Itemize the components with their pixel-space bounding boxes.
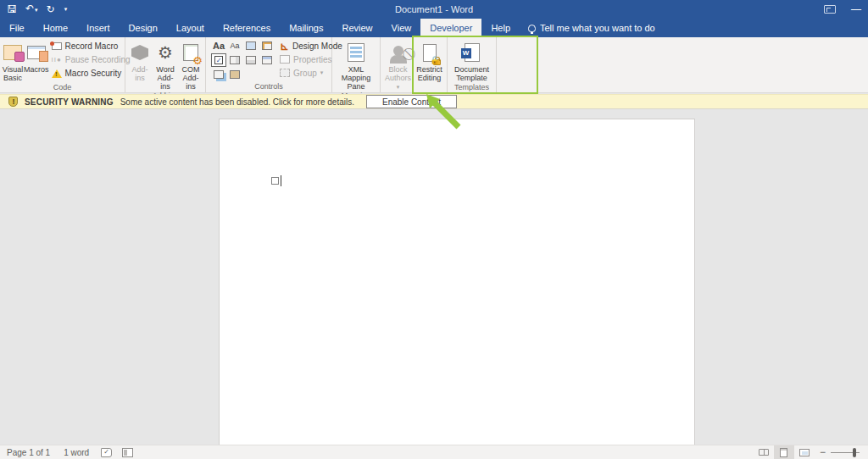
rich-text-content-control-button[interactable]: Aa [211, 39, 226, 53]
properties-label: Properties [293, 55, 332, 64]
add-ins-icon [129, 41, 151, 64]
word-add-ins-label: Word Add-ins [153, 65, 178, 91]
block-authors-caret-icon: ▾ [397, 84, 400, 90]
tab-home[interactable]: Home [34, 19, 77, 37]
building-block-icon [262, 41, 272, 50]
tab-help[interactable]: Help [481, 19, 520, 37]
ribbon-group-controls: Aa Aa ✓ ⊾ Design Mode [206, 37, 332, 92]
com-add-ins-label: COM Add-ins [178, 65, 203, 91]
com-add-ins-button[interactable]: COM Add-ins [178, 40, 203, 91]
macro-recording-icon[interactable] [122, 448, 133, 457]
building-block-gallery-button[interactable] [259, 39, 275, 53]
document-page[interactable] [219, 119, 695, 445]
page-number-status[interactable]: Page 1 of 1 [0, 448, 57, 457]
undo-caret-icon[interactable]: ▾ [35, 7, 38, 13]
ribbon-group-mapping: XML Mapping Pane Mapping [332, 37, 381, 92]
date-picker-icon [262, 56, 272, 64]
redo-icon[interactable]: ↻ [47, 0, 55, 19]
block-authors-label: Block Authors [385, 65, 411, 82]
tab-layout[interactable]: Layout [167, 19, 214, 37]
word-add-ins-button[interactable]: ⚙ Word Add-ins [153, 40, 178, 91]
ribbon-group-code: Visual Basic Macros Record Macro II● Pau… [0, 37, 125, 92]
xml-mapping-pane-button[interactable]: XML Mapping Pane [334, 40, 378, 91]
tab-developer[interactable]: Developer [420, 19, 481, 37]
ribbon-group-templates: Document Template Templates [448, 37, 497, 92]
ribbon-display-options-icon[interactable] [824, 5, 836, 14]
zoom-slider-handle[interactable] [853, 448, 856, 457]
record-macro-button[interactable]: Record Macro [52, 40, 131, 53]
inserted-checkbox-content-control[interactable] [271, 177, 279, 185]
enable-content-button[interactable]: Enable Content [366, 95, 457, 108]
document-template-icon [461, 41, 483, 64]
tab-review[interactable]: Review [333, 19, 382, 37]
code-group-label: Code [0, 82, 125, 92]
word-add-ins-gear-icon: ⚙ [154, 41, 176, 64]
macro-security-button[interactable]: Macro Security [52, 67, 131, 80]
combo-box-content-control-button[interactable] [227, 53, 242, 67]
tell-me-box[interactable]: Tell me what you want to do [520, 19, 664, 37]
restrict-editing-button[interactable]: Restrict Editing [414, 40, 445, 82]
print-layout-button[interactable] [774, 445, 794, 459]
quick-access-toolbar: 🖫 ↶▾ ↻ ▾ [0, 0, 67, 19]
pause-recording-label: Pause Recording [65, 55, 131, 64]
dropdown-list-icon [246, 56, 256, 64]
visual-basic-label: Visual Basic [2, 65, 24, 82]
repeating-section-content-control-button[interactable] [211, 68, 226, 81]
picture-content-control-button[interactable] [243, 39, 259, 53]
document-area[interactable] [0, 109, 868, 445]
tab-mailings[interactable]: Mailings [280, 19, 332, 37]
lightbulb-icon [528, 25, 536, 32]
ribbon: Visual Basic Macros Record Macro II● Pau… [0, 37, 868, 93]
read-mode-button[interactable] [754, 445, 774, 459]
checkbox-icon: ✓ [214, 56, 223, 64]
customize-qat-icon[interactable]: ▾ [64, 0, 68, 19]
date-picker-content-control-button[interactable] [259, 53, 275, 67]
text-cursor [281, 175, 281, 186]
restrict-editing-icon [419, 41, 441, 64]
block-authors-icon [387, 41, 409, 64]
read-mode-icon [759, 449, 769, 456]
group-icon [280, 69, 290, 77]
com-add-ins-icon [180, 41, 202, 64]
tab-design[interactable]: Design [120, 19, 167, 37]
web-layout-icon [799, 449, 810, 456]
word-count-status[interactable]: 1 word [57, 448, 96, 457]
title-bar: 🖫 ↶▾ ↻ ▾ Document1 - Word — [0, 0, 868, 19]
checkbox-content-control-button[interactable]: ✓ [211, 53, 226, 67]
picture-icon [246, 41, 256, 50]
macro-security-label: Macro Security [65, 69, 122, 78]
web-layout-button[interactable] [794, 445, 815, 459]
tab-references[interactable]: References [214, 19, 280, 37]
visual-basic-button[interactable]: Visual Basic [2, 40, 24, 82]
record-macro-icon [52, 42, 62, 50]
save-icon[interactable]: 🖫 [7, 0, 17, 19]
security-warning-message: Some active content has been disabled. C… [120, 97, 354, 107]
zoom-out-button[interactable]: − [815, 446, 831, 458]
xml-mapping-pane-icon [345, 41, 367, 64]
macros-button[interactable]: Macros [24, 40, 49, 74]
pause-recording-button: II● Pause Recording [52, 53, 131, 66]
warning-triangle-icon [52, 69, 62, 78]
word-window: 🖫 ↶▾ ↻ ▾ Document1 - Word — File Home In… [0, 0, 868, 459]
window-title: Document1 - Word [0, 4, 868, 14]
ribbon-group-protect: Block Authors ▾ Restrict Editing Protect [381, 37, 448, 92]
properties-icon [280, 55, 290, 64]
combo-box-icon [230, 56, 240, 64]
add-ins-button: Add-ins [127, 40, 153, 82]
status-bar: Page 1 of 1 1 word − [0, 445, 868, 459]
zoom-slider[interactable] [831, 452, 860, 453]
proofing-errors-icon[interactable] [101, 448, 112, 457]
plain-text-content-control-button[interactable]: Aa [227, 39, 242, 53]
dropdown-list-content-control-button[interactable] [243, 53, 259, 67]
undo-icon[interactable]: ↶▾ [25, 0, 38, 19]
tab-insert[interactable]: Insert [77, 19, 120, 37]
tab-view[interactable]: View [382, 19, 421, 37]
tab-file[interactable]: File [0, 19, 34, 37]
legacy-tools-button[interactable] [227, 68, 242, 81]
controls-group-label: Controls [206, 81, 331, 92]
document-template-button[interactable]: Document Template [449, 40, 494, 82]
pause-recording-icon: II● [52, 56, 62, 64]
minimize-button[interactable]: — [851, 3, 861, 15]
tell-me-label: Tell me what you want to do [540, 23, 655, 33]
block-authors-button: Block Authors ▾ [382, 40, 414, 91]
